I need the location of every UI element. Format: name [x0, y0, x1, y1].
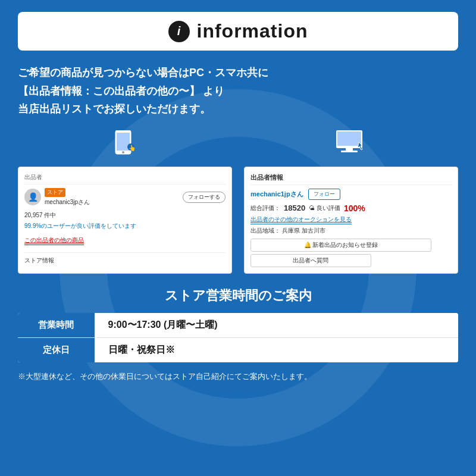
mobile-seller-name: mechanic3jpさん — [45, 198, 90, 206]
hours-table: 営業時間 9:00〜17:30 (月曜〜土曜) 定休日 日曜・祝祭日※ — [18, 313, 458, 362]
desktop-auction-link[interactable]: 出品者のその他のオークションを見る — [250, 215, 352, 224]
svg-point-2 — [122, 151, 124, 154]
mobile-screenshot-wrapper: 👆 出品者 👤 ストア mechanic3jpさん フォローする 20,957 … — [18, 130, 232, 274]
mobile-seller-info: ストア mechanic3jpさん — [45, 188, 90, 206]
desktop-good-label: 🌤 良い評価 — [309, 204, 340, 212]
main-text: ご希望の商品が見つからない場合はPC・スマホ共に 【出品者情報：この出品者の他の… — [18, 64, 458, 118]
main-text-line3: 当店出品リストでお探しいただけます。 — [18, 100, 458, 118]
info-icon: i — [168, 21, 190, 42]
mobile-rating-text: 99.9%のユーザーが良い評価をしています — [24, 222, 226, 230]
header-title: information — [197, 20, 308, 42]
screenshots-row: 👆 出品者 👤 ストア mechanic3jpさん フォローする 20,957 … — [18, 130, 458, 274]
mobile-store-badge: ストア — [45, 188, 65, 197]
desktop-question-button[interactable]: 出品者へ質問 — [250, 254, 371, 267]
svg-text:👆: 👆 — [129, 144, 136, 152]
desktop-seller-name: mechanic1jpさん — [250, 190, 303, 199]
mobile-other-items-link[interactable]: この出品者の他の商品 — [24, 236, 84, 245]
mobile-seller-label: 出品者 — [24, 173, 226, 184]
footer-note: ※大型連休など、その他の休業日についてはストア自己紹介にてご案内いたします。 — [18, 371, 458, 383]
header-box: i information — [18, 12, 458, 51]
desktop-seller-info-label: 出品者情報 — [250, 173, 452, 185]
desktop-rating-num: 18520 — [284, 203, 305, 212]
desktop-rating-row: 総合評価： 18520 🌤 良い評価 100% — [250, 203, 452, 213]
desktop-notify-button[interactable]: 🔔 新着出品のお知らせ登録 — [250, 239, 431, 252]
desktop-rating-label: 総合評価： — [250, 204, 280, 212]
desktop-follow-button[interactable]: フォロー — [308, 189, 340, 200]
desktop-location: 出品地域： 兵庫県 加古川市 — [250, 227, 452, 235]
mobile-store-info[interactable]: ストア情報 — [24, 252, 226, 265]
hours-value-business: 9:00〜17:30 (月曜〜土曜) — [95, 313, 458, 338]
table-row: 営業時間 9:00〜17:30 (月曜〜土曜) — [18, 313, 458, 338]
desktop-good-pct: 100% — [344, 203, 365, 213]
desktop-screenshot-wrapper: 出品者情報 mechanic1jpさん フォロー 総合評価： 18520 🌤 良… — [244, 130, 458, 274]
main-text-line2: 【出品者情報：この出品者の他の〜】 より — [18, 82, 458, 101]
mobile-avatar: 👤 — [24, 189, 41, 205]
mobile-device-icon: 👆 — [113, 130, 137, 162]
hours-label-holiday: 定休日 — [18, 337, 95, 362]
mobile-seller-left: 👤 ストア mechanic3jpさん — [24, 188, 90, 206]
desktop-seller-row: mechanic1jpさん フォロー — [250, 189, 452, 200]
svg-rect-8 — [341, 151, 358, 152]
mobile-follow-button[interactable]: フォローする — [183, 192, 226, 203]
mobile-stats: 20,957 件中 — [24, 211, 226, 220]
svg-rect-6 — [337, 131, 361, 146]
main-container: i information ご希望の商品が見つからない場合はPC・スマホ共に 【… — [0, 0, 476, 394]
store-hours-section: ストア営業時間のご案内 営業時間 9:00〜17:30 (月曜〜土曜) 定休日 … — [18, 287, 458, 383]
hours-label-business: 営業時間 — [18, 313, 95, 338]
table-row: 定休日 日曜・祝祭日※ — [18, 337, 458, 362]
desktop-screenshot-box: 出品者情報 mechanic1jpさん フォロー 総合評価： 18520 🌤 良… — [244, 167, 458, 274]
store-hours-title: ストア営業時間のご案内 — [18, 287, 458, 305]
mobile-seller-row: 👤 ストア mechanic3jpさん フォローする — [24, 188, 226, 206]
svg-rect-7 — [346, 148, 353, 151]
hours-value-holiday: 日曜・祝祭日※ — [95, 337, 458, 362]
main-text-line1: ご希望の商品が見つからない場合はPC・スマホ共に — [18, 64, 458, 82]
desktop-device-icon — [336, 130, 366, 162]
mobile-screenshot-box: 出品者 👤 ストア mechanic3jpさん フォローする 20,957 件中… — [18, 167, 232, 274]
